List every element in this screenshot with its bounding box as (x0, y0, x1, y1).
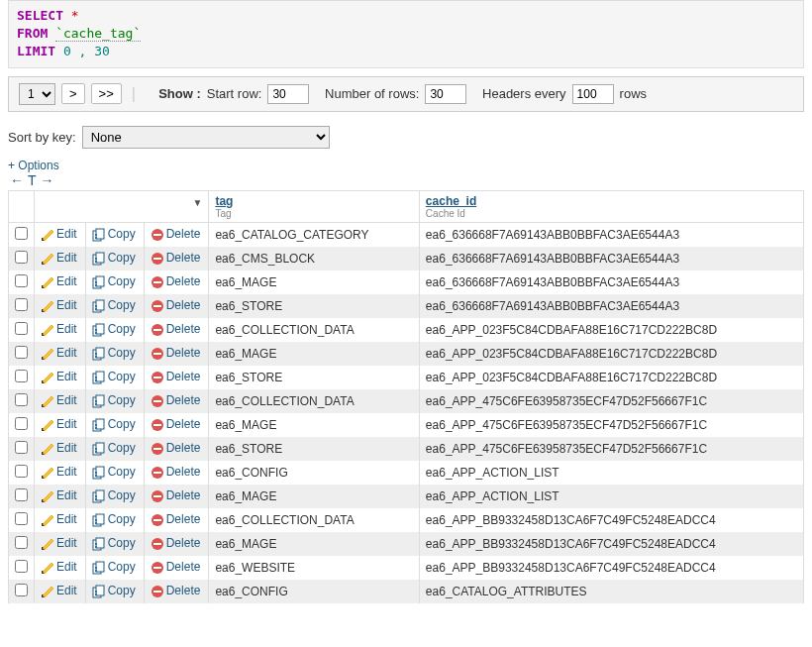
table-row: EditCopyDeleteea6_CONFIGea6_CATALOG_ATTR… (9, 580, 804, 603)
delete-icon (151, 418, 164, 432)
edit-link[interactable]: Edit (56, 488, 77, 502)
headers-every-input[interactable] (572, 84, 614, 104)
delete-link[interactable]: Delete (166, 584, 201, 597)
cell-cache-id: ea6_APP_023F5C84CDBAFA88E16C717CD222BC8D (419, 318, 803, 342)
delete-link[interactable]: Delete (166, 322, 201, 336)
row-checkbox[interactable] (15, 465, 28, 478)
num-rows-input[interactable] (425, 84, 466, 104)
column-reorder-controls: ← T → (0, 172, 812, 190)
edit-link[interactable]: Edit (56, 441, 77, 455)
delete-link[interactable]: Delete (166, 227, 201, 241)
next-page-button[interactable]: > (61, 83, 85, 104)
options-toggle[interactable]: + Options (0, 155, 812, 172)
row-checkbox[interactable] (15, 274, 28, 287)
row-checkbox[interactable] (15, 584, 28, 596)
copy-link[interactable]: Copy (108, 346, 136, 360)
row-checkbox[interactable] (15, 488, 28, 501)
copy-link[interactable]: Copy (108, 512, 136, 526)
copy-link[interactable]: Copy (108, 274, 136, 288)
edit-link[interactable]: Edit (56, 298, 77, 312)
copy-link[interactable]: Copy (108, 465, 136, 479)
copy-icon (92, 561, 106, 575)
copy-icon (92, 537, 106, 551)
edit-link[interactable]: Edit (56, 417, 77, 431)
copy-link[interactable]: Copy (108, 298, 136, 312)
edit-link[interactable]: Edit (56, 560, 77, 574)
copy-link[interactable]: Copy (108, 584, 136, 597)
row-checkbox[interactable] (15, 417, 28, 430)
num-rows-label: Number of rows: (325, 86, 419, 101)
copy-link[interactable]: Copy (108, 560, 136, 574)
copy-link[interactable]: Copy (108, 322, 136, 336)
pencil-icon (41, 513, 54, 527)
row-checkbox[interactable] (15, 370, 28, 382)
sql-table-name[interactable]: `cache_tag` (55, 26, 141, 42)
start-row-input[interactable] (267, 84, 309, 104)
copy-link[interactable]: Copy (108, 393, 136, 407)
copy-link[interactable]: Copy (108, 536, 136, 550)
move-col-left-icon[interactable]: ← (8, 172, 26, 188)
delete-link[interactable]: Delete (166, 560, 201, 574)
cell-tag: ea6_MAGE (209, 413, 419, 437)
page-select[interactable]: 1 (19, 83, 55, 105)
edit-link[interactable]: Edit (56, 465, 77, 479)
edit-link[interactable]: Edit (56, 536, 77, 550)
copy-link[interactable]: Copy (108, 441, 136, 455)
delete-link[interactable]: Delete (166, 251, 201, 265)
delete-link[interactable]: Delete (166, 274, 201, 288)
copy-link[interactable]: Copy (108, 251, 136, 265)
delete-link[interactable]: Delete (166, 298, 201, 312)
table-row: EditCopyDeleteea6_MAGEea6_636668F7A69143… (9, 270, 804, 294)
move-col-right-icon[interactable]: → (39, 172, 56, 188)
row-checkbox[interactable] (15, 251, 28, 264)
delete-link[interactable]: Delete (166, 441, 201, 455)
cell-cache-id: ea6_APP_ACTION_LIST (419, 461, 803, 485)
sort-by-key-label: Sort by key: (8, 130, 76, 145)
copy-icon (92, 585, 106, 598)
edit-link[interactable]: Edit (56, 274, 77, 288)
copy-icon (92, 275, 106, 289)
table-row: EditCopyDeleteea6_COLLECTION_DATAea6_APP… (9, 508, 804, 532)
edit-link[interactable]: Edit (56, 512, 77, 526)
edit-link[interactable]: Edit (56, 370, 77, 383)
row-checkbox[interactable] (15, 298, 28, 311)
edit-link[interactable]: Edit (56, 393, 77, 407)
edit-link[interactable]: Edit (56, 227, 77, 241)
copy-link[interactable]: Copy (108, 417, 136, 431)
column-header-tag[interactable]: tag Tag (209, 190, 419, 222)
pencil-icon (41, 275, 54, 289)
pencil-icon (41, 323, 54, 337)
copy-link[interactable]: Copy (108, 370, 136, 383)
sort-by-key-select[interactable]: None (82, 126, 330, 149)
edit-link[interactable]: Edit (56, 251, 77, 265)
cell-tag: ea6_COLLECTION_DATA (209, 389, 419, 413)
row-checkbox[interactable] (15, 441, 28, 454)
toggle-col-icon[interactable]: T (26, 172, 39, 188)
row-checkbox[interactable] (15, 560, 28, 573)
delete-link[interactable]: Delete (166, 370, 201, 383)
edit-link[interactable]: Edit (56, 346, 77, 360)
delete-link[interactable]: Delete (166, 512, 201, 526)
row-checkbox[interactable] (15, 227, 28, 240)
delete-link[interactable]: Delete (166, 417, 201, 431)
delete-link[interactable]: Delete (166, 488, 201, 502)
delete-link[interactable]: Delete (166, 393, 201, 407)
table-row: EditCopyDeleteea6_COLLECTION_DATAea6_APP… (9, 318, 804, 342)
row-checkbox[interactable] (15, 322, 28, 335)
delete-icon (151, 561, 164, 575)
row-checkbox[interactable] (15, 346, 28, 359)
row-checkbox[interactable] (15, 393, 28, 406)
edit-link[interactable]: Edit (56, 322, 77, 336)
edit-link[interactable]: Edit (56, 584, 77, 597)
row-checkbox[interactable] (15, 536, 28, 549)
cell-cache-id: ea6_APP_BB9332458D13CA6F7C49FC5248EADCC4 (419, 556, 803, 580)
row-checkbox[interactable] (15, 512, 28, 525)
cell-tag: ea6_STORE (209, 437, 419, 461)
copy-link[interactable]: Copy (108, 488, 136, 502)
copy-link[interactable]: Copy (108, 227, 136, 241)
delete-link[interactable]: Delete (166, 465, 201, 479)
delete-link[interactable]: Delete (166, 346, 201, 360)
delete-link[interactable]: Delete (166, 536, 201, 550)
last-page-button[interactable]: >> (91, 83, 122, 104)
column-header-cache-id[interactable]: cache_id Cache Id (419, 190, 803, 222)
